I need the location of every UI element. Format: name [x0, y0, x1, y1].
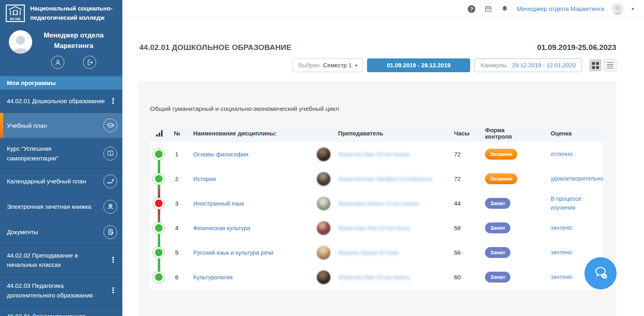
sidebar-item[interactable]: 44.02.02 Преподавание в начальных класса… [0, 245, 122, 276]
subject-link[interactable]: Физическая культура [193, 225, 250, 231]
table-row: 2 История Фамилиянова Имяфия Отчифована … [150, 166, 604, 191]
control-badge: Зачет [485, 198, 510, 209]
main-area: ? Менеджер отдела Маркетинга [122, 0, 644, 316]
hours-value: 72 [434, 175, 465, 182]
subject-link[interactable]: Культурология [193, 274, 233, 281]
kebab-menu-icon[interactable]: ⋮ [109, 254, 117, 266]
header-subject: Наименование дисциплины: [193, 130, 309, 137]
teacher-link[interactable]: Фамилова Имя Отчествона [338, 225, 410, 231]
holidays-label: Каникулы [481, 62, 507, 69]
header-hours: Часы [434, 130, 465, 137]
grade-value: отлично [530, 150, 604, 158]
header-grade: Оценка [530, 130, 604, 137]
calendar-icon[interactable] [484, 4, 493, 13]
grade-value: удовлетворительно [530, 175, 607, 183]
chat-bubbles-icon [591, 264, 610, 283]
svg-text:НСПК: НСПК [10, 17, 21, 21]
hours-value: 58 [434, 225, 465, 231]
holidays-info: Каникулы 29.12.2019 - 12.01.2020 [474, 58, 582, 72]
semester-select[interactable]: Выбран Семестр 1 ▾ [293, 58, 363, 72]
sidebar-item[interactable]: Электронная зачетная книжка [0, 194, 122, 220]
sidebar-item-label: 44.02.01 Дошкольное образование [7, 96, 106, 106]
grid-view-icon [592, 62, 599, 69]
logout-icon[interactable] [83, 56, 96, 69]
control-badge: Зачет [485, 222, 510, 233]
teacher-link[interactable]: Фамина Имяна Отчена [338, 249, 398, 256]
help-icon[interactable]: ? [467, 4, 476, 13]
sidebar-item[interactable]: Курс "Успешная самопрезентация" [0, 138, 122, 169]
status-indicator [150, 222, 168, 234]
status-indicator [150, 148, 168, 160]
graduation-cap-icon [103, 118, 117, 132]
kebab-menu-icon[interactable]: ⋮ [109, 95, 117, 107]
teacher-photo [317, 197, 330, 210]
globe-book-icon [103, 200, 117, 214]
sidebar-item[interactable]: Календарный учебный план [0, 169, 122, 194]
sidebar-item[interactable]: Документы [0, 220, 122, 245]
header-control: Форма контроля [465, 127, 530, 140]
teacher-link[interactable]: Фамилия Имя Отчествовна [338, 274, 410, 281]
teacher-photo [317, 246, 330, 260]
teacher-link[interactable]: Фамилиянова Имяфия Отчифована [338, 176, 432, 182]
user-menu-caret-icon[interactable]: ▾ [632, 6, 634, 12]
topbar-avatar[interactable] [612, 3, 624, 15]
period-button[interactable]: 01.09.2019 - 29.12.2019 [367, 58, 470, 72]
notifications-bell-icon[interactable] [500, 4, 509, 13]
sidebar-item-label: Документы [7, 227, 100, 237]
table-row: 1 Основы философии Фамилия Имя Отчествов… [150, 142, 604, 166]
table-row: 6 Культурология Фамилия Имя Отчествовна … [150, 265, 604, 289]
sidebar: НСПК Национальный социально-педагогическ… [0, 0, 122, 316]
app-window: НСПК Национальный социально-педагогическ… [0, 0, 644, 316]
control-badge: Экзамен [485, 173, 517, 184]
row-number: 6 [168, 274, 193, 281]
row-number: 3 [168, 200, 193, 207]
sidebar-item-label: Электронная зачетная книжка [7, 202, 100, 211]
teacher-link[interactable]: Фамилева Имяна Отчествовна [338, 200, 419, 207]
hours-value: 56 [434, 249, 465, 256]
header-teacher: Преподаватель [338, 130, 434, 137]
sidebar-item-label: 44.02.02 Преподавание в начальных класса… [7, 251, 106, 270]
table-header-row: № Наименование дисциплины: Преподаватель… [150, 125, 604, 142]
teacher-photo [317, 148, 330, 161]
control-badge: Зачет [485, 247, 510, 258]
hours-value: 72 [434, 151, 465, 158]
college-name: Национальный социально-педагогический ко… [30, 4, 117, 22]
sidebar-item-label: 46.02.01 Документационное обеспечение уп… [7, 312, 106, 316]
chat-button[interactable] [584, 257, 617, 289]
list-view-icon [607, 62, 613, 69]
table-row: 4 Физическая культура Фамилова Имя Отчес… [150, 216, 604, 240]
row-number: 4 [168, 225, 193, 231]
user-avatar [9, 30, 32, 54]
table-row: 3 Иностранный язык Фамилева Имяна Отчест… [150, 191, 604, 216]
sidebar-nav: 44.02.01 Дошкольное образование⋮Учебный … [0, 89, 122, 316]
profile-icon[interactable] [51, 56, 64, 69]
subject-link[interactable]: Иностранный язык [193, 200, 244, 207]
subject-link[interactable]: Русский язык и культура речи [193, 249, 273, 256]
grade-value: В процессе изучения [530, 195, 604, 212]
hours-value: 44 [434, 200, 465, 207]
document-icon [103, 225, 117, 239]
teacher-photo [317, 221, 330, 235]
teacher-photo [317, 270, 330, 284]
sidebar-item[interactable]: Учебный план [0, 113, 122, 138]
grade-value: зачтено [530, 248, 604, 257]
teacher-link[interactable]: Фамилия Имя Отчествовна [338, 151, 410, 158]
grid-view-toggle[interactable] [589, 59, 601, 71]
teacher-photo [317, 172, 330, 186]
sidebar-item[interactable]: 44.02.01 Дошкольное образование⋮ [0, 89, 122, 113]
page-title: 44.02.01 ДОШКОЛЬНОЕ ОБРАЗОВАНИЕ [139, 43, 291, 52]
kebab-menu-icon[interactable]: ⋮ [109, 285, 117, 296]
sidebar-item-label: Курс "Успешная самопрезентация" [7, 144, 100, 163]
list-view-toggle[interactable] [604, 59, 616, 71]
subject-link[interactable]: Основы философии [193, 151, 248, 158]
subject-link[interactable]: История [193, 176, 216, 182]
progress-timeline [158, 154, 160, 277]
sidebar-item[interactable]: 46.02.01 Документационное обеспечение уп… [0, 306, 122, 316]
user-menu-label[interactable]: Менеджер отдела Маркетинга [517, 5, 604, 12]
topbar: ? Менеджер отдела Маркетинга [122, 0, 644, 18]
sidebar-item[interactable]: 44.02.03 Педагогика дополнительного обра… [0, 275, 122, 306]
sidebar-section-my-programs: Мои программы [0, 76, 122, 89]
disciplines-table: № Наименование дисциплины: Преподаватель… [150, 125, 604, 289]
bar-chart-icon [156, 130, 168, 137]
program-date-range: 01.09.2019-25.06.2023 [537, 43, 616, 52]
